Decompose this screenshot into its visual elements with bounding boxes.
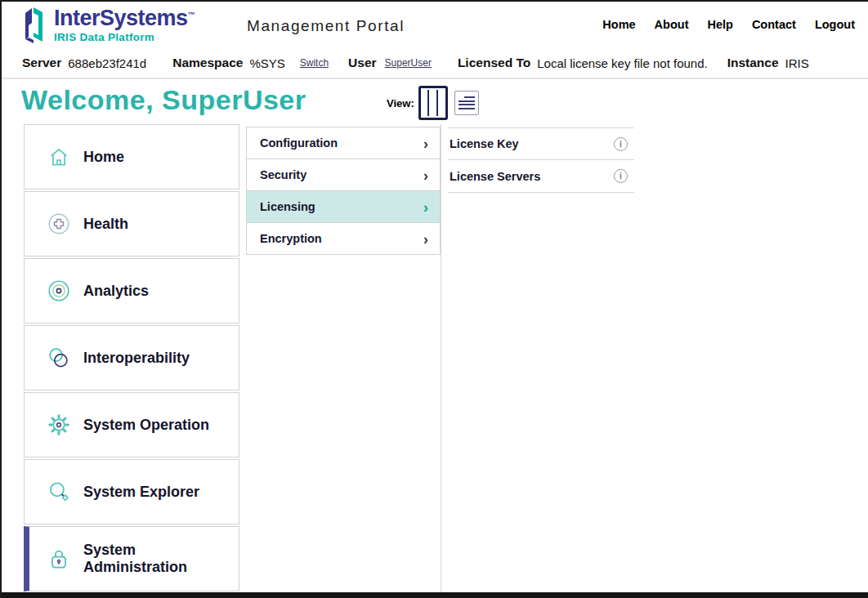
page-title: Management Portal (247, 17, 405, 35)
brand-subtitle: IRIS Data Platform (54, 31, 195, 43)
sidebar-item-label: System Administration (83, 542, 239, 576)
menu-item-security[interactable]: Security › (246, 158, 441, 191)
chevron-right-icon: › (423, 136, 428, 151)
submenu-level2: Configuration › Security › Licensing › E… (246, 127, 441, 255)
chevron-right-icon: › (423, 167, 428, 183)
top-header: InterSystems™ IRIS Data Platform Managem… (2, 2, 868, 48)
sidebar-item-label: Health (83, 216, 128, 233)
sidebar-item-label: Home (83, 149, 124, 166)
welcome-section: Welcome, SuperUser View: (2, 81, 868, 124)
server-label: Server (22, 56, 61, 70)
namespace-label: Namespace (172, 56, 243, 70)
menu-item-license-key[interactable]: License Key i (448, 127, 634, 160)
chevron-right-icon: › (423, 231, 428, 247)
nav-contact-link[interactable]: Contact (752, 18, 796, 31)
sidebar-item-label: Analytics (83, 283, 149, 300)
nav-home-link[interactable]: Home (602, 18, 635, 31)
sidebar-item-system-administration[interactable]: System Administration (24, 526, 239, 591)
brand-name: InterSystems™ (54, 7, 195, 29)
sidebar-item-system-explorer[interactable]: System Explorer (24, 459, 239, 524)
sidebar-level1: Home Health Analytics (24, 124, 239, 593)
list-view-icon (464, 96, 474, 98)
intersystems-logo: InterSystems™ IRIS Data Platform (20, 6, 195, 45)
analytics-icon (47, 279, 71, 303)
sidebar-item-analytics[interactable]: Analytics (24, 258, 239, 324)
welcome-heading: Welcome, SuperUser (21, 84, 306, 116)
home-icon (47, 145, 71, 169)
user-link[interactable]: SuperUser (385, 57, 432, 69)
brand-text: InterSystems™ IRIS Data Platform (54, 7, 195, 43)
licensed-to-label: Licensed To (458, 56, 530, 70)
sidebar-item-home[interactable]: Home (24, 124, 239, 190)
info-icon[interactable]: i (614, 169, 628, 183)
licensed-to-value: Local license key file not found. (537, 56, 707, 70)
system-administration-icon (47, 547, 71, 571)
trademark: ™ (188, 11, 195, 19)
top-nav: Home About Help Contact Logout (602, 18, 855, 31)
health-icon (47, 212, 71, 236)
view-label: View: (387, 97, 414, 109)
server-value: 688eb23f241d (68, 56, 146, 70)
management-portal-window: InterSystems™ IRIS Data Platform Managem… (0, 0, 868, 598)
nav-logout-link[interactable]: Logout (815, 18, 855, 31)
nav-help-link[interactable]: Help (707, 18, 732, 31)
sidebar-item-interoperability[interactable]: Interoperability (24, 325, 239, 390)
switch-namespace-link[interactable]: Switch (300, 57, 329, 69)
menu-item-license-servers[interactable]: License Servers i (448, 160, 634, 193)
list-view-button[interactable] (454, 91, 479, 115)
column-divider (441, 124, 441, 592)
system-operation-icon (47, 413, 71, 437)
columns-view-button[interactable] (418, 86, 448, 120)
intersystems-bracket-icon (20, 6, 50, 45)
bottom-edge-bar (2, 592, 868, 598)
chevron-right-icon: › (423, 199, 428, 215)
user-label: User (348, 56, 376, 70)
columns-view-icon (427, 90, 429, 116)
server-info-bar: Server 688eb23f241d Namespace %SYS Switc… (2, 48, 868, 79)
menu-area: Home Health Analytics (2, 124, 868, 592)
sidebar-item-system-operation[interactable]: System Operation (24, 392, 239, 457)
nav-about-link[interactable]: About (655, 18, 689, 31)
sidebar-item-label: Interoperability (83, 350, 190, 367)
interoperability-icon (47, 346, 71, 370)
instance-value: IRIS (785, 56, 809, 70)
system-explorer-icon (47, 480, 71, 504)
menu-item-licensing[interactable]: Licensing › (246, 190, 441, 223)
menu-item-configuration[interactable]: Configuration › (246, 127, 441, 159)
view-switcher: View: (387, 86, 479, 120)
instance-label: Instance (727, 56, 779, 70)
menu-item-encryption[interactable]: Encryption › (246, 222, 441, 255)
sidebar-item-label: System Explorer (83, 484, 199, 501)
sidebar-item-health[interactable]: Health (24, 191, 239, 257)
namespace-value: %SYS (249, 56, 284, 70)
submenu-level3: License Key i License Servers i (448, 127, 634, 193)
info-icon[interactable]: i (614, 137, 628, 151)
sidebar-item-label: System Operation (83, 417, 209, 434)
